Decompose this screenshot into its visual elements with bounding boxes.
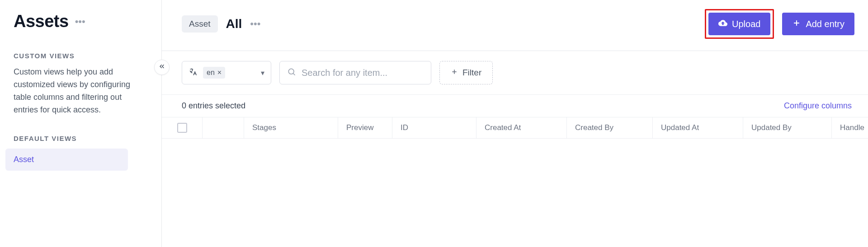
upload-label: Upload <box>732 19 760 29</box>
chevron-down-icon: ▾ <box>261 69 264 77</box>
default-views-header: DEFAULT VIEWS <box>14 135 148 142</box>
custom-views-header: CUSTOM VIEWS <box>14 52 148 60</box>
configure-columns-link[interactable]: Configure columns <box>784 101 852 111</box>
select-all-col <box>162 117 203 138</box>
remove-language-icon[interactable]: × <box>217 69 222 77</box>
icon-col[interactable] <box>203 117 244 138</box>
filter-label: Filter <box>462 68 481 78</box>
model-chip[interactable]: Asset <box>182 15 218 33</box>
sidebar-title: Assets <box>14 12 69 31</box>
main: Asset All ••• Upload Add entry <box>162 0 868 247</box>
collapse-sidebar-button[interactable] <box>154 60 170 75</box>
plus-icon <box>792 19 801 30</box>
svg-line-3 <box>293 74 295 75</box>
custom-views-desc: Custom views help you add customized vie… <box>14 66 148 117</box>
search-wrap <box>279 61 431 84</box>
filter-bar: en × ▾ Filter <box>162 51 868 95</box>
updated-at-col[interactable]: Updated At <box>653 117 743 138</box>
search-input[interactable] <box>302 68 424 78</box>
select-all-checkbox[interactable] <box>177 123 187 133</box>
table-header: Stages Preview ID Created At Created By … <box>162 117 868 139</box>
selected-count: 0 entries selected <box>182 101 245 111</box>
stages-col[interactable]: Stages <box>244 117 338 138</box>
created-at-col[interactable]: Created At <box>476 117 567 138</box>
plus-icon <box>451 68 458 78</box>
sidebar: Assets ••• CUSTOM VIEWS Custom views hel… <box>0 0 162 247</box>
cloud-upload-icon <box>718 19 727 30</box>
language-selector[interactable]: en × ▾ <box>182 61 271 84</box>
sidebar-item-label: Asset <box>14 155 34 164</box>
more-dots-icon[interactable]: ••• <box>75 17 85 27</box>
add-entry-label: Add entry <box>806 19 844 29</box>
preview-col[interactable]: Preview <box>338 117 392 138</box>
created-by-col[interactable]: Created By <box>567 117 653 138</box>
sidebar-item-asset[interactable]: Asset <box>5 149 128 171</box>
view-more-icon[interactable]: ••• <box>250 19 260 29</box>
list-meta: 0 entries selected Configure columns <box>162 95 868 117</box>
highlight-box: Upload <box>705 9 774 39</box>
svg-point-2 <box>288 69 294 74</box>
translate-icon <box>189 67 198 78</box>
upload-button[interactable]: Upload <box>708 13 770 35</box>
language-chip-label: en <box>207 69 215 77</box>
filter-button[interactable]: Filter <box>439 61 493 84</box>
id-col[interactable]: ID <box>392 117 476 138</box>
view-name: All <box>226 17 242 31</box>
language-chip[interactable]: en × <box>203 67 225 79</box>
search-icon <box>287 67 296 78</box>
topbar: Asset All ••• Upload Add entry <box>162 0 868 51</box>
handle-col[interactable]: Handle <box>832 117 868 138</box>
add-entry-button[interactable]: Add entry <box>782 13 854 35</box>
chevron-double-left-icon <box>158 63 165 72</box>
updated-by-col[interactable]: Updated By <box>743 117 832 138</box>
